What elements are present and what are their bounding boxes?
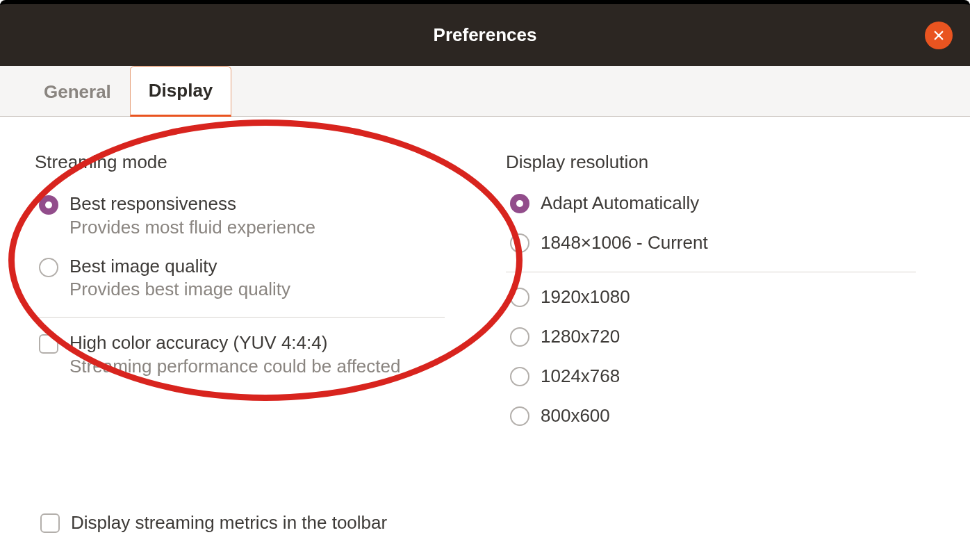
radio-resolution-1024[interactable]: [510, 367, 529, 386]
high-color-label: High color accuracy (YUV 4:4:4): [69, 331, 400, 355]
tab-display[interactable]: Display: [130, 66, 232, 117]
best-image-quality-desc: Provides best image quality: [69, 278, 290, 302]
option-display-metrics[interactable]: Display streaming metrics in the toolbar: [40, 512, 387, 534]
display-resolution-title: Display resolution: [506, 151, 935, 173]
radio-resolution-1920[interactable]: [510, 288, 529, 307]
tab-general[interactable]: General: [25, 66, 130, 117]
content-area: Streaming mode Best responsiveness Provi…: [0, 117, 970, 445]
option-resolution-1024[interactable]: 1024x768: [506, 365, 935, 387]
option-resolution-1920[interactable]: 1920x1080: [506, 286, 935, 308]
radio-resolution-1280[interactable]: [510, 327, 529, 347]
close-icon: [932, 29, 945, 42]
option-best-responsiveness[interactable]: Best responsiveness Provides most fluid …: [35, 192, 464, 240]
option-resolution-1280[interactable]: 1280x720: [506, 326, 935, 347]
close-button[interactable]: [925, 22, 953, 49]
separator: [35, 317, 445, 318]
titlebar: Preferences: [0, 0, 970, 66]
best-responsiveness-label: Best responsiveness: [69, 192, 315, 216]
resolution-1280-label: 1280x720: [541, 326, 620, 347]
window-title: Preferences: [434, 24, 537, 46]
high-color-desc: Streaming performance could be affected: [69, 355, 400, 379]
option-text: Best responsiveness Provides most fluid …: [69, 192, 315, 240]
tab-bar: General Display: [0, 66, 970, 117]
display-metrics-label: Display streaming metrics in the toolbar: [71, 512, 387, 534]
option-resolution-800[interactable]: 800x600: [506, 405, 935, 427]
separator: [506, 272, 916, 272]
option-adapt-automatically[interactable]: Adapt Automatically: [506, 192, 935, 214]
radio-best-responsiveness[interactable]: [39, 195, 58, 215]
radio-resolution-800[interactable]: [510, 406, 529, 426]
streaming-mode-title: Streaming mode: [35, 151, 464, 173]
option-high-color-accuracy[interactable]: High color accuracy (YUV 4:4:4) Streamin…: [35, 331, 464, 379]
best-image-quality-label: Best image quality: [69, 255, 290, 279]
resolution-1024-label: 1024x768: [541, 365, 620, 387]
display-resolution-section: Display resolution Adapt Automatically 1…: [506, 151, 935, 445]
radio-adapt-automatically[interactable]: [510, 194, 529, 213]
checkbox-display-metrics[interactable]: [40, 513, 60, 533]
radio-best-image-quality[interactable]: [39, 258, 58, 277]
best-responsiveness-desc: Provides most fluid experience: [69, 216, 315, 240]
option-text: Best image quality Provides best image q…: [69, 255, 290, 302]
streaming-mode-section: Streaming mode Best responsiveness Provi…: [35, 151, 506, 445]
option-best-image-quality[interactable]: Best image quality Provides best image q…: [35, 255, 464, 302]
resolution-1920-label: 1920x1080: [541, 286, 630, 308]
resolution-800-label: 800x600: [541, 405, 610, 427]
option-resolution-current[interactable]: 1848×1006 - Current: [506, 232, 935, 254]
adapt-automatically-label: Adapt Automatically: [541, 192, 699, 214]
option-text: High color accuracy (YUV 4:4:4) Streamin…: [69, 331, 400, 379]
radio-resolution-current[interactable]: [510, 233, 529, 253]
resolution-current-label: 1848×1006 - Current: [541, 232, 708, 254]
checkbox-high-color-accuracy[interactable]: [39, 334, 58, 354]
